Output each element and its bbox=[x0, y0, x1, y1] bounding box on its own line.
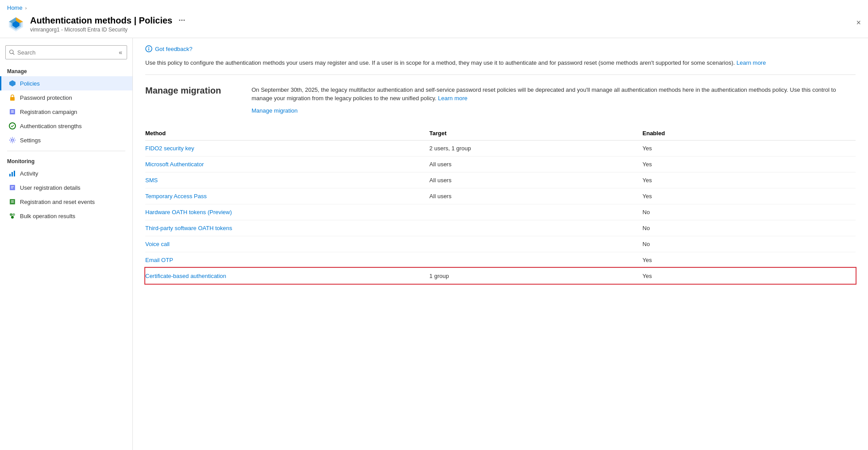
table-row: Hardware OATH tokens (Preview)No bbox=[145, 204, 856, 220]
target-cell bbox=[430, 204, 643, 220]
sidebar-item-password-protection[interactable]: Password protection bbox=[0, 90, 132, 105]
method-cell[interactable]: Voice call bbox=[145, 236, 430, 252]
table-row: Certificate-based authentication1 groupY… bbox=[145, 268, 856, 284]
target-cell bbox=[430, 252, 643, 268]
migration-description: On September 30th, 2025, the legacy mult… bbox=[252, 86, 856, 103]
app-icon bbox=[7, 16, 25, 33]
table-row: FIDO2 security key2 users, 1 groupYes bbox=[145, 140, 856, 156]
settings-icon bbox=[8, 136, 16, 144]
page-title: Authentication methods | Policies ··· bbox=[30, 16, 861, 26]
target-cell bbox=[430, 236, 643, 252]
page-header: Authentication methods | Policies ··· vi… bbox=[0, 13, 868, 38]
method-cell[interactable]: SMS bbox=[145, 172, 430, 188]
method-cell[interactable]: FIDO2 security key bbox=[145, 140, 430, 156]
table-row: Third-party software OATH tokensNo bbox=[145, 220, 856, 236]
activity-icon bbox=[8, 169, 16, 177]
col-header-method: Method bbox=[145, 126, 430, 141]
method-cell[interactable]: Third-party software OATH tokens bbox=[145, 220, 430, 236]
svg-point-27 bbox=[148, 47, 149, 48]
enabled-cell: No bbox=[643, 204, 856, 220]
table-row: Microsoft AuthenticatorAll usersYes bbox=[145, 156, 856, 172]
target-cell: All users bbox=[430, 156, 643, 172]
sidebar-item-policies[interactable]: Policies bbox=[0, 76, 132, 90]
target-cell bbox=[430, 220, 643, 236]
search-input[interactable] bbox=[17, 49, 115, 56]
svg-rect-17 bbox=[10, 185, 15, 190]
monitoring-section-title: Monitoring bbox=[0, 155, 132, 166]
more-options-button[interactable]: ··· bbox=[177, 16, 187, 25]
table-row: Voice callNo bbox=[145, 236, 856, 252]
sidebar-item-registration-events[interactable]: Registration and reset events bbox=[0, 195, 132, 209]
manage-section-title: Manage bbox=[0, 65, 132, 76]
sidebar-item-settings[interactable]: Settings bbox=[0, 133, 132, 147]
svg-point-13 bbox=[12, 139, 14, 141]
svg-rect-20 bbox=[10, 199, 15, 204]
search-icon bbox=[9, 49, 15, 55]
target-cell: 1 group bbox=[430, 268, 643, 284]
method-cell[interactable]: Microsoft Authenticator bbox=[145, 156, 430, 172]
breadcrumb: Home › bbox=[0, 0, 868, 13]
collapse-button[interactable]: « bbox=[118, 48, 123, 57]
sidebar-item-bulk-operations[interactable]: Bulk operation results bbox=[0, 209, 132, 223]
enabled-cell: Yes bbox=[643, 252, 856, 268]
col-header-enabled: Enabled bbox=[643, 126, 856, 141]
svg-rect-15 bbox=[12, 172, 13, 176]
sidebar-item-activity[interactable]: Activity bbox=[0, 166, 132, 180]
migration-section: Manage migration On September 30th, 2025… bbox=[145, 86, 856, 114]
header-text: Authentication methods | Policies ··· vi… bbox=[30, 16, 861, 33]
search-container: « bbox=[5, 45, 127, 59]
target-cell: All users bbox=[430, 188, 643, 204]
feedback-icon bbox=[145, 45, 152, 52]
breadcrumb-separator: › bbox=[25, 5, 27, 11]
enabled-cell: No bbox=[643, 236, 856, 252]
enabled-cell: Yes bbox=[643, 188, 856, 204]
svg-rect-8 bbox=[10, 97, 15, 101]
method-cell[interactable]: Temporary Access Pass bbox=[145, 188, 430, 204]
svg-point-24 bbox=[12, 213, 15, 216]
main-layout: « Manage Policies Password protection bbox=[0, 38, 868, 450]
policy-description: Use this policy to configure the authent… bbox=[145, 59, 856, 75]
close-button[interactable]: × bbox=[856, 18, 861, 27]
migration-title: Manage migration bbox=[145, 86, 243, 96]
methods-table: Method Target Enabled FIDO2 security key… bbox=[145, 126, 856, 284]
regcampaign-icon bbox=[8, 108, 16, 116]
usereg-icon bbox=[8, 184, 16, 192]
svg-line-6 bbox=[13, 53, 14, 55]
migration-learn-more-link[interactable]: Learn more bbox=[438, 95, 467, 102]
table-row: SMSAll usersYes bbox=[145, 172, 856, 188]
policy-learn-more-link[interactable]: Learn more bbox=[736, 59, 766, 66]
table-header-row: Method Target Enabled bbox=[145, 126, 856, 141]
sidebar-item-registration-campaign[interactable]: Registration campaign bbox=[0, 105, 132, 119]
table-row: Temporary Access PassAll usersYes bbox=[145, 188, 856, 204]
feedback-bar[interactable]: Got feedback? bbox=[145, 45, 856, 52]
sidebar: « Manage Policies Password protection bbox=[0, 38, 133, 450]
enabled-cell: Yes bbox=[643, 156, 856, 172]
main-content: Got feedback? Use this policy to configu… bbox=[133, 38, 868, 450]
table-row: Email OTPYes bbox=[145, 252, 856, 268]
migration-body: On September 30th, 2025, the legacy mult… bbox=[252, 86, 856, 114]
sidebar-divider bbox=[7, 151, 125, 151]
regevents-icon bbox=[8, 198, 16, 206]
method-cell[interactable]: Certificate-based authentication bbox=[145, 268, 430, 284]
page-subtitle: vimrangorg1 - Microsoft Entra ID Securit… bbox=[30, 27, 861, 33]
sidebar-item-authentication-strengths[interactable]: Authentication strengths bbox=[0, 119, 132, 133]
svg-rect-14 bbox=[9, 174, 11, 176]
svg-marker-7 bbox=[9, 80, 16, 86]
svg-rect-16 bbox=[14, 171, 15, 176]
method-cell[interactable]: Hardware OATH tokens (Preview) bbox=[145, 204, 430, 220]
svg-point-5 bbox=[10, 50, 13, 54]
target-cell: All users bbox=[430, 172, 643, 188]
col-header-target: Target bbox=[430, 126, 643, 141]
bulkops-icon bbox=[8, 212, 16, 220]
enabled-cell: Yes bbox=[643, 268, 856, 284]
breadcrumb-home[interactable]: Home bbox=[7, 4, 23, 11]
sidebar-item-user-registration[interactable]: User registration details bbox=[0, 180, 132, 195]
policies-icon bbox=[8, 79, 16, 87]
svg-point-23 bbox=[10, 213, 12, 216]
manage-migration-link[interactable]: Manage migration bbox=[252, 107, 856, 114]
svg-rect-9 bbox=[10, 109, 15, 114]
enabled-cell: Yes bbox=[643, 140, 856, 156]
method-cell[interactable]: Email OTP bbox=[145, 252, 430, 268]
enabled-cell: No bbox=[643, 220, 856, 236]
authstrength-icon bbox=[8, 122, 16, 130]
